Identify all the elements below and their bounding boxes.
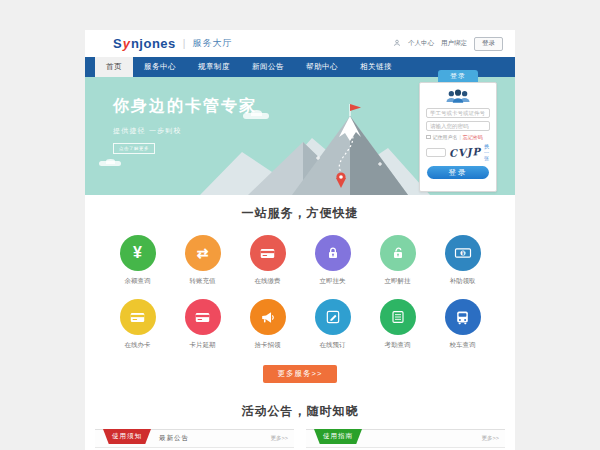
service-item[interactable]: ⇄转账充值: [185, 235, 221, 286]
service-item[interactable]: 考勤查询: [380, 299, 416, 350]
logo[interactable]: Synjones: [113, 36, 176, 51]
login-panel: 登录 记住用户名 | 忘记密码 CVJP 换一张: [419, 70, 497, 192]
announcements-right-panel: 使用指南 更多>>: [306, 429, 505, 448]
service-label: 校车查询: [445, 341, 481, 350]
flag-icon: [350, 104, 361, 111]
login-options: 记住用户名 | 忘记密码: [426, 134, 490, 140]
nav-item-0[interactable]: 首页: [95, 57, 133, 77]
service-label: 补助领取: [445, 277, 481, 286]
browser-viewport: Synjones | 服务大厅 个人中心 用户绑定 登录 首页服务中心规章制度新…: [0, 0, 600, 450]
nav-item-5[interactable]: 相关链接: [349, 57, 403, 77]
header: Synjones | 服务大厅 个人中心 用户绑定 登录: [85, 30, 515, 57]
login-submit-button[interactable]: 登录: [427, 166, 489, 179]
remember-label: 记住用户名: [433, 134, 458, 140]
logo-divider: |: [183, 38, 186, 49]
bank-card-icon[interactable]: [185, 299, 221, 335]
nav-items: 首页服务中心规章制度新闻公告帮助中心相关链接: [95, 57, 403, 77]
service-row-0: ¥余额查询⇄转账充值在线缴费立即挂失立即解挂¥补助领取: [85, 235, 515, 286]
banknote-icon[interactable]: ¥: [445, 235, 481, 271]
right-more-link[interactable]: 更多>>: [482, 435, 499, 442]
service-item[interactable]: 立即解挂: [380, 235, 416, 286]
captcha-image: CVJP: [449, 145, 482, 158]
transfer-icon[interactable]: ⇄: [185, 235, 221, 271]
hero-subtitle: 提供捷径 一步到校: [113, 126, 257, 136]
options-divider: |: [460, 134, 461, 140]
nav-item-2[interactable]: 规章制度: [187, 57, 241, 77]
bank-card-icon[interactable]: [120, 299, 156, 335]
login-form: 记住用户名 | 忘记密码 CVJP 换一张 登录: [419, 82, 497, 192]
captcha-input[interactable]: [426, 148, 446, 157]
unlock-icon[interactable]: [380, 235, 416, 271]
service-item[interactable]: 在线办卡: [120, 299, 156, 350]
service-label: 卡片延期: [185, 341, 221, 350]
logo-accent: y: [123, 36, 131, 51]
service-label: 在线预订: [315, 341, 351, 350]
service-item[interactable]: ¥补助领取: [445, 235, 481, 286]
service-item[interactable]: 在线预订: [315, 299, 351, 350]
nav-item-4[interactable]: 帮助中心: [295, 57, 349, 77]
right-panel-ribbon-tab[interactable]: 使用指南: [314, 429, 362, 444]
attendance-icon[interactable]: [380, 299, 416, 335]
announcements-left-panel: 使用须知 最新公告 更多>>: [95, 429, 294, 448]
users-icon: [444, 87, 472, 105]
refresh-captcha-link[interactable]: 换一张: [484, 143, 490, 161]
services-title: 一站服务，方便快捷: [85, 205, 515, 222]
services-section: 一站服务，方便快捷 ¥余额查询⇄转账充值在线缴费立即挂失立即解挂¥补助领取 在线…: [85, 195, 515, 395]
logo-part2: njones: [131, 36, 176, 51]
announcement-panels: 使用须知 最新公告 更多>> 使用指南 更多>>: [85, 429, 515, 448]
service-label: 考勤查询: [380, 341, 416, 350]
service-item[interactable]: 在线缴费: [250, 235, 286, 286]
hero-title: 你身边的卡管专家: [113, 96, 257, 117]
personal-center-link[interactable]: 个人中心: [408, 39, 434, 48]
announcements-section: 活动公告，随时知晓 使用须知 最新公告 更多>> 使用指南 更多>>: [85, 395, 515, 450]
service-label: 余额查询: [120, 277, 156, 286]
latest-announcements-tab[interactable]: 最新公告: [159, 434, 189, 443]
site-container: Synjones | 服务大厅 个人中心 用户绑定 登录 首页服务中心规章制度新…: [85, 30, 515, 450]
more-services-button[interactable]: 更多服务>>: [263, 365, 338, 383]
cloud-icon: [99, 161, 121, 166]
svg-text:¥: ¥: [461, 251, 464, 256]
header-login-button[interactable]: 登录: [474, 37, 503, 51]
username-input[interactable]: [426, 108, 490, 118]
bank-card-icon[interactable]: [250, 235, 286, 271]
hero-cta-button[interactable]: 点击了解更多: [113, 143, 155, 154]
yen-icon[interactable]: ¥: [120, 235, 156, 271]
header-right: 个人中心 用户绑定 登录: [393, 37, 503, 51]
service-label: 在线缴费: [250, 277, 286, 286]
hero-banner: 你身边的卡管专家 提供捷径 一步到校 点击了解更多: [85, 77, 515, 195]
bus-icon[interactable]: [445, 299, 481, 335]
service-label: 立即挂失: [315, 277, 351, 286]
service-item[interactable]: 立即挂失: [315, 235, 351, 286]
service-item[interactable]: 卡片延期: [185, 299, 221, 350]
left-more-link[interactable]: 更多>>: [271, 435, 288, 442]
person-icon: [393, 39, 401, 48]
megaphone-icon[interactable]: [250, 299, 286, 335]
logo-part1: S: [113, 36, 122, 51]
left-panel-ribbon-tab[interactable]: 使用须知: [103, 429, 151, 444]
service-item[interactable]: 校车查询: [445, 299, 481, 350]
site-name: 服务大厅: [192, 37, 232, 50]
announcements-title: 活动公告，随时知晓: [85, 403, 515, 420]
service-label: 转账充值: [185, 277, 221, 286]
service-item[interactable]: 拾卡招领: [250, 299, 286, 350]
login-tab[interactable]: 登录: [438, 70, 478, 82]
lock-icon[interactable]: [315, 235, 351, 271]
service-label: 拾卡招领: [250, 341, 286, 350]
nav-item-1[interactable]: 服务中心: [133, 57, 187, 77]
service-row-1: 在线办卡卡片延期拾卡招领在线预订考勤查询校车查询: [85, 299, 515, 350]
remember-checkbox[interactable]: [426, 135, 431, 140]
nav-item-3[interactable]: 新闻公告: [241, 57, 295, 77]
service-item[interactable]: ¥余额查询: [120, 235, 156, 286]
password-input[interactable]: [426, 121, 490, 131]
service-label: 在线办卡: [120, 341, 156, 350]
service-label: 立即解挂: [380, 277, 416, 286]
edit-icon[interactable]: [315, 299, 351, 335]
forgot-password-link[interactable]: 忘记密码: [463, 134, 483, 140]
hero-text: 你身边的卡管专家 提供捷径 一步到校 点击了解更多: [113, 96, 257, 154]
user-binding-link[interactable]: 用户绑定: [441, 39, 467, 48]
captcha-row: CVJP 换一张: [426, 143, 490, 161]
